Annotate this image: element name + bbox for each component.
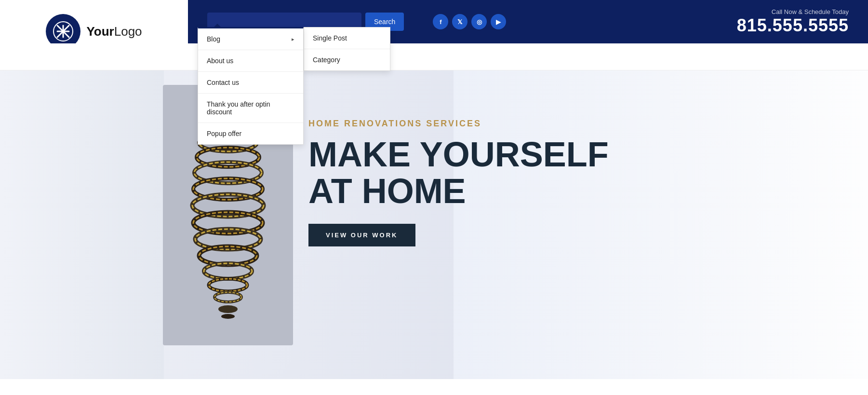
dropdown-item-about[interactable]: About us [198,50,303,72]
dropdown-sub-menu: Single Post Category [304,27,390,71]
dropdown-sub-item-single-post[interactable]: Single Post [304,27,390,49]
facebook-icon[interactable]: f [433,14,448,29]
pages-dropdown: Blog ▸ About us Contact us Thank you aft… [198,27,390,145]
dropdown-sub-item-category[interactable]: Category [304,49,390,70]
twitter-icon[interactable]: 𝕏 [452,14,467,29]
chevron-right-icon: ▸ [292,36,294,42]
call-section: Call Now & Schedule Today 815.555.5555 [737,8,849,36]
hero-left-panel [0,70,164,379]
call-label: Call Now & Schedule Today [737,8,849,15]
hero-title: Make Yourself At Home [308,136,829,209]
svg-point-29 [221,314,235,319]
social-icons: f 𝕏 ◎ ▶ [433,14,506,29]
dropdown-item-popup[interactable]: Popup offer [198,123,303,144]
logo-text: YourLogo [86,24,142,39]
hero-section: Home Renovations Services Make Yourself … [0,70,868,379]
nav-bar: Home ▾ Pages ▾ [0,43,868,70]
dropdown-arrow [213,24,222,28]
instagram-icon[interactable]: ◎ [471,14,487,29]
youtube-icon[interactable]: ▶ [491,14,506,29]
dropdown-item-thankyou[interactable]: Thank you after optin discount [198,94,303,123]
svg-point-28 [218,305,238,313]
dropdown-item-blog[interactable]: Blog ▸ [198,28,303,50]
hero-cta-button[interactable]: View Our Work [308,224,415,246]
call-number: 815.555.5555 [737,15,849,36]
dropdown-item-contact[interactable]: Contact us [198,72,303,94]
dropdown-main-menu: Blog ▸ About us Contact us Thank you aft… [198,27,304,145]
